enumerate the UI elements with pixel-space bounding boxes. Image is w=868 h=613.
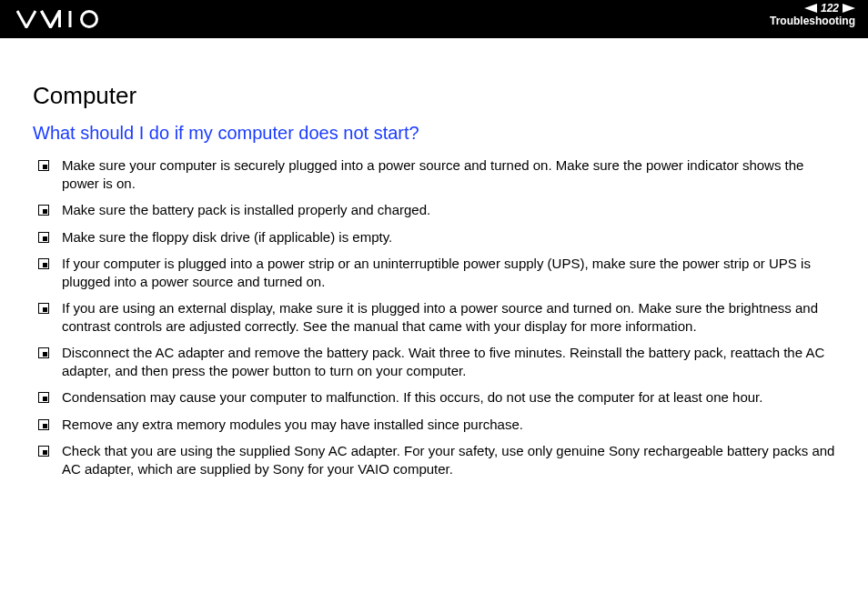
item-text: Make sure your computer is securely plug… <box>62 156 835 192</box>
list-item: Check that you are using the supplied So… <box>38 442 835 477</box>
svg-point-1 <box>82 12 97 27</box>
item-text: Check that you are using the supplied So… <box>62 442 835 477</box>
document-header: 122 Troubleshooting <box>0 0 868 38</box>
bullet-icon <box>38 347 49 358</box>
troubleshoot-question: What should I do if my computer does not… <box>33 123 835 144</box>
bullet-icon <box>38 232 49 243</box>
next-page-icon[interactable] <box>843 4 855 13</box>
list-item: If your computer is plugged into a power… <box>38 255 835 290</box>
item-text: If you are using an external display, ma… <box>62 299 835 335</box>
bullet-icon <box>38 205 49 216</box>
header-right: 122 Troubleshooting <box>770 2 855 28</box>
list-item: Make sure the battery pack is installed … <box>38 201 835 219</box>
list-item: Disconnect the AC adapter and remove the… <box>38 344 835 379</box>
bullet-icon <box>38 446 49 457</box>
bullet-icon <box>38 303 49 314</box>
svg-marker-3 <box>843 4 855 13</box>
list-item: If you are using an external display, ma… <box>38 299 835 335</box>
list-item: Condensation may cause your computer to … <box>38 388 835 407</box>
list-item: Remove any extra memory modules you may … <box>38 416 835 434</box>
section-label: Troubleshooting <box>770 15 855 27</box>
item-text: Condensation may cause your computer to … <box>62 388 835 407</box>
item-text: Disconnect the AC adapter and remove the… <box>62 344 835 379</box>
bullet-icon <box>38 392 49 403</box>
item-text: If your computer is plugged into a power… <box>62 255 835 290</box>
bullet-icon <box>38 160 49 171</box>
prev-page-icon[interactable] <box>804 4 817 13</box>
item-text: Make sure the battery pack is installed … <box>62 201 835 219</box>
list-item: Make sure your computer is securely plug… <box>38 156 835 192</box>
page-title: Computer <box>33 82 835 110</box>
list-item: Make sure the floppy disk drive (if appl… <box>38 228 835 246</box>
page-navigation: 122 <box>770 2 855 15</box>
page-number: 122 <box>821 2 839 15</box>
item-text: Make sure the floppy disk drive (if appl… <box>62 228 835 246</box>
svg-marker-2 <box>804 4 817 13</box>
svg-rect-0 <box>69 11 72 27</box>
page-content: Computer What should I do if my computer… <box>0 38 868 477</box>
item-text: Remove any extra memory modules you may … <box>62 416 835 434</box>
troubleshoot-list: Make sure your computer is securely plug… <box>33 156 835 477</box>
bullet-icon <box>38 419 49 430</box>
bullet-icon <box>38 258 49 269</box>
vaio-logo <box>16 10 116 28</box>
